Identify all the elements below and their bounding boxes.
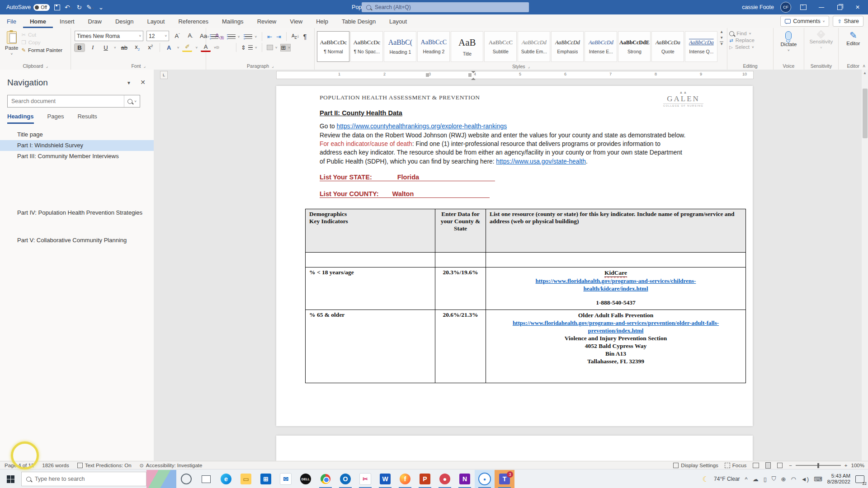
text-predictions[interactable]: Text Predictions: On <box>77 463 132 468</box>
nav-heading-title-page[interactable]: Title page <box>0 129 154 140</box>
powerpoint-button[interactable]: P <box>415 470 435 488</box>
table-header-enter-data[interactable]: Enter Data for your County & State <box>435 209 486 253</box>
hanging-indent-marker[interactable] <box>471 71 476 75</box>
onedrive-icon[interactable]: ☁ <box>753 476 759 483</box>
navigation-options-icon[interactable]: ▼ <box>127 80 131 85</box>
table-cell[interactable] <box>306 253 435 267</box>
edge-button[interactable]: e <box>216 470 236 488</box>
tab-selector[interactable]: L <box>160 71 168 79</box>
word-button[interactable]: W <box>375 470 395 488</box>
nav-tab-headings[interactable]: Headings <box>7 113 34 124</box>
web-layout-button[interactable] <box>777 463 783 468</box>
sort-button[interactable]: AZ↓ <box>292 33 299 40</box>
snip-button[interactable]: ✂ <box>355 470 375 488</box>
nav-tab-pages[interactable]: Pages <box>47 113 64 124</box>
usa-gov-link[interactable]: https://www.usa.gov/state-health <box>496 158 586 165</box>
section-heading[interactable]: Part II: County Health Data <box>320 109 402 117</box>
tab-mailings[interactable]: Mailings <box>215 14 250 28</box>
focus-button[interactable]: Focus <box>725 463 746 468</box>
touch-keyboard-icon[interactable]: ⌨ <box>814 476 822 483</box>
table-cell[interactable] <box>486 253 746 267</box>
avatar[interactable]: CF <box>780 2 791 13</box>
navigation-close-icon[interactable]: ✕ <box>140 79 146 86</box>
style-title[interactable]: AaBTitle <box>451 31 483 62</box>
shrink-font-button[interactable]: Aˇ <box>185 32 195 41</box>
align-center-button[interactable] <box>216 47 219 48</box>
countyhealthrankings-link[interactable]: https://www.countyhealthrankings.org/exp… <box>337 123 507 130</box>
resource-cell[interactable]: KidCare https://www.floridahealth.gov/pr… <box>486 267 746 310</box>
borders-button[interactable]: ⊞˅ <box>281 44 290 51</box>
zoom-thumb[interactable] <box>817 463 819 468</box>
chrome-button[interactable] <box>316 470 335 488</box>
style-quote[interactable]: AaBbCcDaQuote <box>651 31 684 62</box>
task-view-button[interactable] <box>196 470 216 488</box>
table-header-resource[interactable]: List one resource (county or state) for … <box>486 209 746 253</box>
paragraph-dialog-launcher[interactable]: ⌟ <box>272 64 274 68</box>
editor-button[interactable]: ✎ Editor <box>843 30 863 47</box>
start-button[interactable] <box>7 475 14 483</box>
your-phone-icon[interactable]: ▯ <box>764 476 767 483</box>
display-settings-button[interactable]: Display Settings <box>673 463 718 468</box>
file-explorer-button[interactable]: ▭ <box>236 470 256 488</box>
search-highlight-art[interactable] <box>146 470 176 488</box>
highlight-color-button[interactable]: ✐ <box>182 43 192 52</box>
document-page-next[interactable] <box>276 436 753 461</box>
firefox-button[interactable]: f <box>395 470 415 488</box>
format-painter-button[interactable]: ✎ Format Painter <box>21 47 62 53</box>
red-app-button[interactable]: ● <box>435 470 455 488</box>
weather-widget[interactable]: 74°F Clear <box>714 476 740 482</box>
word-count[interactable]: 1826 words <box>42 463 69 468</box>
multilevel-list-button[interactable]: ˅ <box>244 34 257 39</box>
cortana-button[interactable] <box>176 470 196 488</box>
bold-button[interactable]: B <box>75 44 85 52</box>
tab-table-design[interactable]: Table Design <box>335 14 382 28</box>
justify-button[interactable] <box>229 47 231 48</box>
close-button[interactable]: ✕ <box>852 2 863 12</box>
read-mode-button[interactable] <box>753 463 759 468</box>
scrollbar-thumb[interactable] <box>863 89 868 138</box>
value-cell[interactable]: 20.3%/19.6% <box>435 267 486 310</box>
replace-button[interactable]: ⇄ Replace <box>729 38 755 43</box>
style-subtitle[interactable]: AaBbCcCSubtitle <box>484 31 517 62</box>
font-dialog-launcher[interactable]: ⌟ <box>143 64 145 68</box>
paste-button[interactable]: Paste˅ <box>2 30 21 57</box>
zoom-out-icon[interactable]: − <box>789 463 792 468</box>
numbering-button[interactable]: ˅ <box>227 34 240 39</box>
style-intense-emphasis[interactable]: AaBbCcDdIntense E... <box>585 31 617 62</box>
falls-prevention-link[interactable]: https://www.floridahealth.gov/programs-a… <box>505 319 726 334</box>
customize-quick-access-icon[interactable]: ⌄ <box>99 4 104 11</box>
increase-indent-button[interactable]: ⇥ <box>276 33 281 40</box>
scroll-up-icon[interactable]: ▲ <box>862 70 868 77</box>
search-icon[interactable] <box>127 99 132 104</box>
tray-overflow-icon[interactable]: ^ <box>745 476 748 483</box>
tab-review[interactable]: Review <box>250 14 283 28</box>
show-marks-button[interactable]: ¶ <box>303 33 307 40</box>
styles-dialog-launcher[interactable]: ⌟ <box>528 64 530 69</box>
nav-heading-part4[interactable]: Part IV: Population Health Prevention St… <box>0 207 154 218</box>
first-line-indent-marker[interactable] <box>471 75 476 80</box>
nav-tab-results[interactable]: Results <box>77 113 97 124</box>
wifi-icon[interactable]: ◠ <box>791 476 796 483</box>
zoom-in-icon[interactable]: + <box>844 463 848 468</box>
style-heading2[interactable]: AaBbCcCHeading 2 <box>417 31 450 62</box>
strikethrough-button[interactable]: ab <box>119 44 129 52</box>
undo-icon[interactable]: ↶˅ <box>65 4 72 11</box>
zoom-percent[interactable]: 100% <box>851 463 864 468</box>
redo-icon[interactable]: ↻ <box>76 4 82 11</box>
clock[interactable]: 5:43 AM 8/28/2022 <box>827 473 850 485</box>
clipboard-dialog-launcher[interactable]: ⌟ <box>46 64 47 68</box>
restore-button[interactable] <box>834 2 845 12</box>
bullets-button[interactable]: ˅ <box>210 34 223 39</box>
style-subtle-emphasis[interactable]: AaBbCcDdSubtle Em... <box>518 31 550 62</box>
teams-button[interactable]: T3 <box>495 470 514 488</box>
decrease-indent-button[interactable]: ⇤ <box>267 33 272 40</box>
store-button[interactable]: ⊞ <box>256 470 276 488</box>
tab-design[interactable]: Design <box>108 14 140 28</box>
comments-button[interactable]: Comments˅ <box>780 16 829 27</box>
superscript-button[interactable]: x2 <box>146 43 156 51</box>
onenote-button[interactable]: N <box>455 470 475 488</box>
recorder-button[interactable]: ● <box>475 470 495 488</box>
zoom-slider[interactable]: − + 100% <box>789 463 864 468</box>
nav-heading-part5[interactable]: Part V: Collaborative Community Planning <box>0 235 154 246</box>
style-strong[interactable]: AaBbCcDdEStrong <box>618 31 651 62</box>
